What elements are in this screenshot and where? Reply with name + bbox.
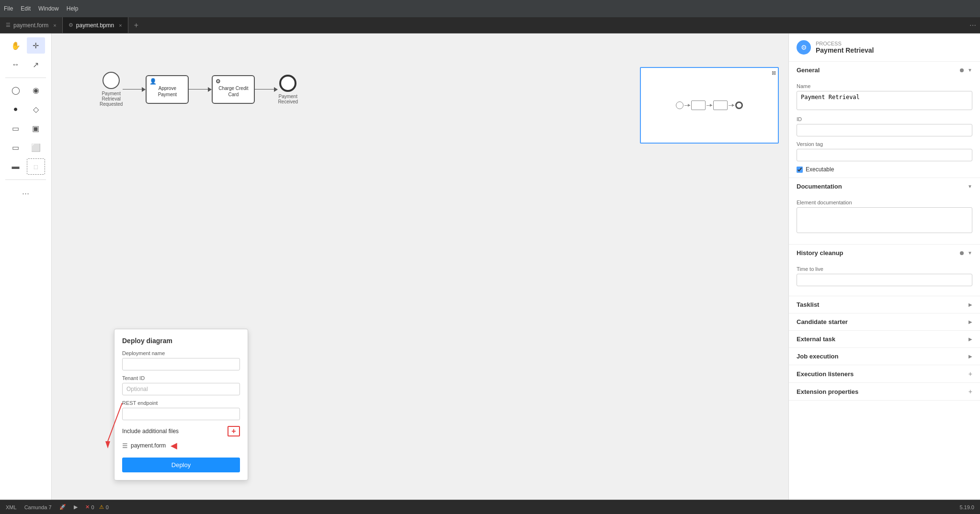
section-documentation-header[interactable]: Documentation ▼ — [789, 178, 980, 195]
charge-card-node[interactable]: ⚙ Charge CreditCard — [212, 75, 255, 104]
tab-bar: ☰ payment.form × ⚙ payment.bpmn × + ⋯ — [0, 17, 980, 34]
arrow-2-line — [189, 89, 208, 89]
field-ttl-input[interactable]: 180 — [797, 274, 972, 286]
tab-add-button[interactable]: + — [130, 21, 142, 30]
mini-start-event — [676, 101, 684, 109]
tool-rounded-rect[interactable]: ▣ — [27, 120, 45, 136]
mini-arrow-3 — [729, 105, 734, 106]
svg-marker-1 — [105, 441, 110, 448]
tool-more[interactable]: … — [17, 184, 35, 200]
status-camunda[interactable]: Camunda 7 — [24, 504, 52, 510]
section-external-chevron: ▶ — [969, 336, 972, 342]
tab-more-button[interactable]: ⋯ — [966, 22, 980, 29]
section-candidate-starter[interactable]: Candidate starter ▶ — [789, 313, 980, 331]
rest-endpoint-label: REST endpoint — [122, 400, 240, 406]
tool-rect[interactable]: ▭ — [7, 120, 25, 136]
tool-strip[interactable]: ▬ — [7, 158, 25, 175]
tab-payment-bpmn[interactable]: ⚙ payment.bpmn × — [63, 17, 128, 33]
arrow-3-head — [274, 87, 278, 92]
section-general-chevron: ▼ — [968, 67, 972, 73]
menu-edit[interactable]: Edit — [21, 5, 31, 12]
end-event-label: PaymentReceived — [278, 94, 298, 104]
field-name-input[interactable]: Payment Retrieval — [797, 91, 972, 110]
approve-payment-icon: 👤 — [149, 78, 157, 85]
deployment-name-input[interactable]: Payment Retrieval — [122, 358, 240, 370]
charge-card-label: Charge CreditCard — [218, 85, 248, 98]
toolbar-row-6: ▭ ⬜ — [7, 139, 45, 156]
field-version-tag-input[interactable] — [797, 149, 972, 161]
right-panel: ⚙ PROCESS Payment Retrieval General ▼ Na… — [788, 34, 980, 500]
tool-cylinder[interactable]: ⬜ — [27, 139, 45, 156]
mini-arrow-1 — [684, 105, 690, 106]
menu-window[interactable]: Window — [38, 5, 59, 12]
toolbar-sep-2 — [5, 179, 46, 180]
tab-form-close[interactable]: × — [53, 22, 56, 28]
section-job-title: Job execution — [797, 353, 838, 360]
error-count: 0 — [91, 504, 94, 510]
section-general-header[interactable]: General ▼ — [789, 62, 980, 78]
executable-label: Executable — [806, 166, 834, 173]
tab-bpmn-close[interactable]: × — [119, 22, 122, 28]
status-play-icon[interactable]: ▶ — [74, 504, 78, 510]
svg-line-0 — [108, 403, 122, 441]
section-external-task[interactable]: External task ▶ — [789, 331, 980, 348]
tool-arrow[interactable]: ↗ — [27, 56, 45, 73]
arrow-2-head — [208, 87, 212, 92]
tool-circle-thick[interactable]: ◉ — [27, 82, 45, 98]
section-history-header[interactable]: History cleanup ▼ — [789, 245, 980, 261]
field-version-tag: Version tag — [797, 141, 972, 161]
left-toolbar: ✋ ✛ ↔ ↗ ◯ ◉ ● ◇ ▭ ▣ ▭ ⬜ ▬ ⬚ … — [0, 34, 52, 500]
tool-circle[interactable]: ◯ — [7, 82, 25, 98]
deploy-dialog-title: Deploy diagram — [122, 337, 240, 345]
rocket-icon: 🚀 — [59, 504, 66, 510]
field-id-input[interactable]: payment-retrieval — [797, 124, 972, 136]
tenant-id-input[interactable] — [122, 383, 240, 395]
minimap-close-button[interactable]: ⊠ — [772, 70, 776, 76]
add-file-button[interactable]: + — [228, 426, 240, 436]
tool-move[interactable]: ↔ — [7, 56, 25, 73]
panel-title: Payment Retrieval — [816, 46, 874, 54]
section-general-body: Name Payment Retrieval ID payment-retrie… — [789, 78, 980, 178]
start-event-node[interactable]: PaymentRetrievalRequested — [100, 72, 123, 107]
toolbar-row-4: ● ◇ — [7, 101, 45, 117]
include-files-row: Include additional files + — [122, 426, 240, 436]
deploy-button[interactable]: Deploy — [122, 458, 240, 472]
bpmn-diagram: PaymentRetrievalRequested 👤 ApprovePayme… — [100, 72, 298, 107]
section-job-execution[interactable]: Job execution ▶ — [789, 348, 980, 365]
rest-endpoint-input[interactable]: http://localhost:8080/engine-rest — [122, 408, 240, 420]
tool-diamond[interactable]: ◇ — [27, 101, 45, 117]
section-candidate-title: Candidate starter — [797, 318, 848, 325]
arrow-1 — [123, 87, 146, 92]
end-event-node[interactable]: PaymentReceived — [278, 75, 298, 104]
tool-cursor[interactable]: ✛ — [27, 37, 45, 54]
canvas-area[interactable]: PaymentRetrievalRequested 👤 ApprovePayme… — [52, 34, 788, 500]
red-arrow-svg — [93, 403, 132, 451]
section-execution-title: Execution listeners — [797, 370, 854, 378]
field-element-doc-input[interactable] — [797, 207, 972, 233]
tool-page[interactable]: ▭ — [7, 139, 25, 156]
tool-hand[interactable]: ✋ — [7, 37, 25, 54]
executable-checkbox[interactable] — [797, 167, 803, 173]
deploy-dialog: Deploy diagram Deployment name Payment R… — [114, 329, 248, 480]
main-layout: ✋ ✛ ↔ ↗ ◯ ◉ ● ◇ ▭ ▣ ▭ ⬜ ▬ ⬚ … — [0, 34, 980, 500]
section-tasklist[interactable]: Tasklist ▶ — [789, 296, 980, 313]
status-deploy-icon[interactable]: 🚀 — [59, 504, 66, 510]
file-item: ☰ payment.form ◀ — [122, 440, 240, 451]
tab-payment-form[interactable]: ☰ payment.form × — [0, 17, 63, 33]
section-extension-props[interactable]: Extension properties + — [789, 383, 980, 401]
approve-payment-node[interactable]: 👤 ApprovePayment — [146, 75, 189, 104]
warning-icon: ⚠ — [99, 504, 104, 510]
arrow-1-head — [142, 87, 146, 92]
menu-help[interactable]: Help — [67, 5, 79, 12]
arrow-2 — [189, 87, 212, 92]
tab-form-label: payment.form — [13, 22, 48, 29]
status-xml[interactable]: XML — [6, 504, 17, 510]
menu-file[interactable]: File — [4, 5, 13, 12]
field-name: Name Payment Retrieval — [797, 83, 972, 112]
section-extension-title: Extension properties — [797, 388, 858, 395]
tool-dashed-rect[interactable]: ⬚ — [27, 158, 45, 175]
section-execution-listeners[interactable]: Execution listeners + — [789, 365, 980, 383]
tool-filled-circle[interactable]: ● — [7, 101, 25, 117]
status-version: 5.19.0 — [959, 504, 974, 510]
approve-payment-label: ApprovePayment — [158, 85, 177, 98]
